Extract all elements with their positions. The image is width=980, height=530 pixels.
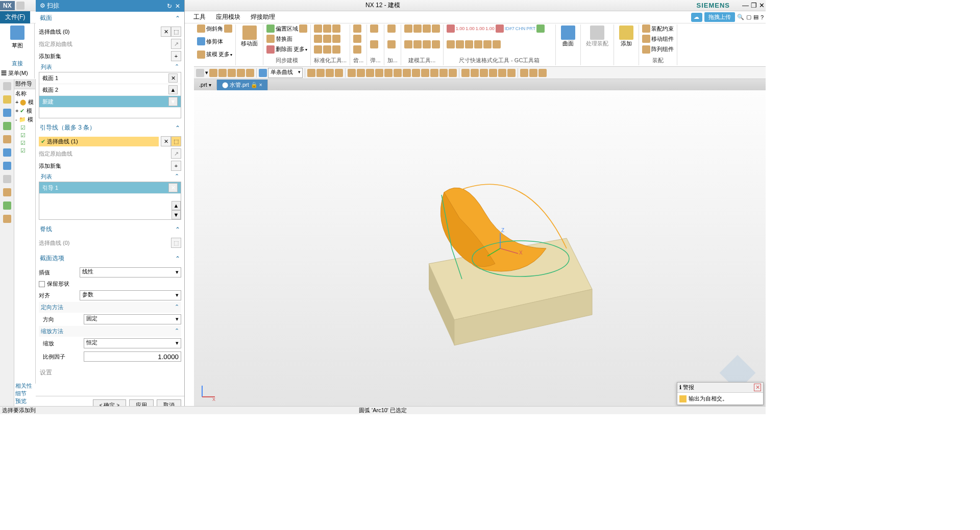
nav5-icon[interactable] [3, 135, 11, 143]
t23-icon[interactable] [449, 69, 457, 77]
spine-icon[interactable]: ⬚ [171, 238, 181, 248]
std4-icon[interactable] [314, 35, 322, 43]
std1-icon[interactable] [314, 24, 322, 33]
ac3-icon[interactable] [642, 45, 650, 54]
trim-icon[interactable] [197, 37, 205, 45]
nav-icon[interactable] [3, 82, 11, 90]
list-item[interactable]: 截面 2▲ [39, 84, 181, 96]
menu-module[interactable]: 应用模块 [211, 11, 246, 23]
g1-icon[interactable] [353, 24, 361, 33]
list-header[interactable]: 列表⌃ [39, 62, 181, 72]
window-icon[interactable]: ▢ [746, 14, 751, 20]
restore-icon[interactable]: ❐ [751, 2, 757, 9]
d1-icon[interactable] [447, 24, 455, 33]
std9-icon[interactable] [332, 45, 340, 54]
m6-icon[interactable] [413, 40, 422, 48]
moveface-icon[interactable] [242, 26, 257, 40]
minimize-icon[interactable]: — [742, 2, 749, 9]
d4-icon[interactable] [447, 40, 455, 48]
clear-selection-icon[interactable]: ✕ [161, 27, 171, 37]
menu-weld[interactable]: 焊接助理 [246, 11, 280, 23]
reset-icon[interactable]: ↻ [167, 3, 172, 10]
t1-icon[interactable] [196, 69, 204, 77]
select-curve-label[interactable]: 选择曲线 (0) [39, 28, 159, 36]
t30-icon[interactable] [520, 69, 528, 77]
t26-icon[interactable] [480, 69, 488, 77]
section-section-header[interactable]: 截面⌃ [36, 12, 184, 24]
nav11-icon[interactable] [3, 215, 11, 223]
nav2-icon[interactable] [3, 95, 11, 104]
more2-button[interactable]: 更多 [293, 45, 307, 53]
cloud-icon[interactable]: ☁ [691, 13, 702, 22]
delete-item-icon[interactable]: ✕ [168, 73, 178, 83]
t20-icon[interactable] [421, 69, 429, 77]
t29-icon[interactable] [507, 69, 516, 77]
ac1-icon[interactable] [642, 24, 650, 33]
a1-icon[interactable] [387, 24, 396, 33]
m3-icon[interactable] [423, 24, 431, 33]
d3-icon[interactable] [536, 24, 545, 33]
d9-icon[interactable] [493, 40, 501, 48]
file-tab-1[interactable]: .prt▾ [194, 80, 217, 89]
t12-icon[interactable] [348, 69, 356, 77]
preserve-checkbox[interactable]: 保留形状 [39, 279, 181, 289]
tree-item[interactable]: ☑ [14, 139, 35, 147]
tab-preview[interactable]: 预览 [15, 397, 32, 405]
add-guide-icon[interactable]: + [171, 161, 181, 171]
file-menu[interactable]: 文件(F) [0, 11, 30, 23]
options-section-header[interactable]: 截面选项⌃ [36, 252, 184, 265]
misc-icon[interactable] [224, 24, 232, 33]
nav7-icon[interactable] [3, 162, 11, 170]
m7-icon[interactable] [423, 40, 431, 48]
nav3-icon[interactable] [3, 109, 11, 117]
list-item[interactable]: 新建▼ [39, 96, 181, 108]
m5-icon[interactable] [404, 40, 412, 48]
t14-icon[interactable] [366, 69, 374, 77]
graphics-window[interactable]: Z X X [194, 90, 766, 406]
t11-icon[interactable] [335, 69, 343, 77]
nav6-icon[interactable] [3, 148, 11, 157]
settings-header[interactable]: 设置 [36, 366, 184, 379]
t18-icon[interactable] [403, 69, 411, 77]
dir-select[interactable]: 固定 [84, 314, 181, 324]
menu-tool[interactable]: 工具 [188, 11, 211, 23]
std3-icon[interactable] [332, 24, 340, 33]
tree-item[interactable]: ☑ [14, 132, 35, 139]
add-set-icon[interactable]: + [171, 51, 181, 61]
d2-icon[interactable] [496, 24, 504, 33]
ac2-icon[interactable] [642, 35, 650, 43]
list-item[interactable]: 截面 1✕ [39, 72, 181, 84]
t13-icon[interactable] [357, 69, 365, 77]
list-item[interactable]: 引导 1✕ [39, 182, 181, 194]
t16-icon[interactable] [384, 69, 393, 77]
t22-icon[interactable] [439, 69, 448, 77]
misc2-icon[interactable] [299, 24, 307, 33]
d7-icon[interactable] [474, 40, 482, 48]
std6-icon[interactable] [332, 35, 340, 43]
nav8-icon[interactable] [3, 175, 11, 183]
process-icon[interactable] [590, 26, 604, 40]
spine-select-label[interactable]: 选择曲线 (0) [39, 239, 169, 247]
curve-filter-combo[interactable]: 单条曲线 [268, 68, 303, 78]
factor-input[interactable] [84, 351, 181, 362]
sp2-icon[interactable] [370, 40, 378, 48]
tree-item[interactable]: + ✔ 模 [14, 107, 35, 115]
dialog-close-icon[interactable]: ✕ [175, 3, 180, 10]
interp-select[interactable]: 线性 [80, 267, 181, 277]
t17-icon[interactable] [394, 69, 402, 77]
g3-icon[interactable] [353, 45, 361, 54]
scale-select[interactable]: 恒定 [84, 338, 181, 348]
clear-guide-icon[interactable]: ✕ [161, 136, 171, 146]
tab-detail[interactable]: 细节 [15, 390, 32, 397]
t7-icon[interactable] [259, 69, 267, 77]
align-select[interactable]: 参数 [80, 290, 181, 300]
t28-icon[interactable] [498, 69, 506, 77]
t31-icon[interactable] [529, 69, 537, 77]
guide-section-header[interactable]: 引导线（最多 3 条）⌃ [36, 121, 184, 134]
t19-icon[interactable] [412, 69, 420, 77]
d6-icon[interactable] [465, 40, 473, 48]
orig-guide-icon[interactable]: ↗ [171, 148, 181, 159]
offset-icon[interactable] [266, 24, 275, 33]
delete-icon[interactable] [266, 45, 275, 54]
t10-icon[interactable] [326, 69, 334, 77]
